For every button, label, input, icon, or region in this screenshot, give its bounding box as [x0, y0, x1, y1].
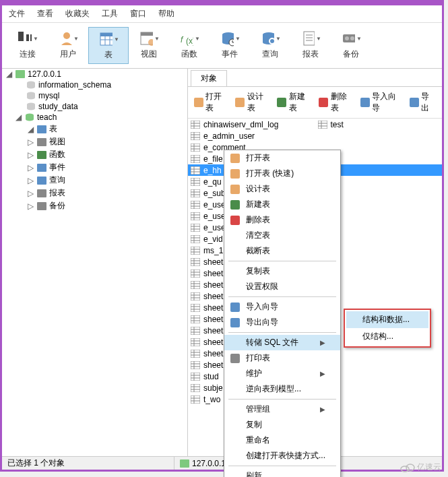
action-btn[interactable]: 设计表 — [235, 91, 270, 114]
svg-rect-55 — [319, 98, 328, 107]
ctx-item[interactable]: 导出向导 — [224, 315, 340, 330]
svg-rect-169 — [230, 318, 240, 327]
tool-connect[interactable]: ▼连接 — [7, 27, 48, 64]
menu-fav[interactable]: 收藏夹 — [65, 8, 90, 20]
ctx-item[interactable]: 打印表 — [224, 350, 340, 366]
svg-rect-134 — [191, 327, 200, 335]
toolbar: ▼连接▼用户▼表▼视图f(x)▼函数▼事件▼查询▼报表▼备份 — [2, 23, 442, 69]
svg-rect-54 — [277, 98, 286, 107]
table-row[interactable]: test — [315, 119, 346, 130]
svg-rect-51 — [37, 202, 46, 210]
svg-rect-25 — [304, 32, 315, 45]
svg-rect-1 — [26, 34, 29, 41]
ctx-item[interactable]: 维护▶ — [224, 366, 340, 381]
svg-rect-138 — [191, 338, 200, 346]
menu-view[interactable]: 查看 — [37, 8, 53, 20]
tree-child[interactable]: ▷事件 — [2, 161, 187, 174]
svg-rect-118 — [191, 281, 200, 289]
svg-text:(x): (x) — [186, 36, 193, 46]
svg-point-41 — [27, 107, 35, 110]
svg-rect-164 — [230, 169, 240, 179]
context-menu: 打开表打开表 (快速)设计表新建表删除表清空表截断表复制表设置权限导入向导导出向… — [224, 150, 341, 477]
action-btn[interactable]: 导出 — [409, 91, 437, 114]
tree-db[interactable]: study_data — [2, 101, 187, 112]
menu-window[interactable]: 窗口 — [130, 8, 146, 20]
tool-func[interactable]: f(x)▼函数 — [169, 27, 210, 64]
table-row[interactable]: chinawiserv_dml_log — [188, 119, 315, 130]
svg-rect-57 — [410, 98, 419, 107]
tree-conn[interactable]: ◢127.0.0.1 — [2, 69, 187, 80]
tree-db-open[interactable]: ◢teach — [2, 112, 187, 123]
tree-child[interactable]: ▷备份 — [2, 199, 187, 212]
menu-help[interactable]: 帮助 — [158, 8, 174, 20]
ctx-item[interactable]: 逆向表到模型... — [224, 381, 340, 397]
svg-rect-114 — [191, 269, 200, 278]
menu-file[interactable]: 文件 — [9, 8, 25, 20]
table-row[interactable]: e_admin_user — [188, 130, 442, 141]
svg-rect-166 — [230, 200, 240, 210]
ctx-item[interactable]: 设置权限 — [224, 279, 340, 294]
tree-child[interactable]: ▷函数 — [2, 148, 187, 161]
tool-event[interactable]: ▼事件 — [210, 27, 250, 64]
tree-db[interactable]: mysql — [2, 90, 187, 101]
ctx-item[interactable]: 新建表 — [224, 197, 340, 212]
status-bar: 已选择 1 个对象 127.0.0.1 — [2, 456, 442, 470]
tool-table[interactable]: ▼表 — [88, 27, 129, 64]
menu-tools[interactable]: 工具 — [102, 8, 118, 20]
svg-rect-130 — [191, 315, 200, 323]
app-window: 文件 查看 收藏夹 工具 窗口 帮助 ▼连接▼用户▼表▼视图f(x)▼函数▼事件… — [0, 0, 444, 472]
ctx-item[interactable]: 截断表 — [224, 243, 340, 259]
action-btn[interactable]: 打开表 — [193, 91, 228, 114]
svg-rect-167 — [230, 216, 240, 225]
menubar: 文件 查看 收藏夹 工具 窗口 帮助 — [2, 5, 442, 23]
tool-query[interactable]: ▼查询 — [250, 27, 290, 64]
svg-point-38 — [27, 96, 35, 100]
tab-bar: 对象 — [188, 69, 442, 87]
ctx-item[interactable]: 清空表 — [224, 228, 340, 243]
tree-child[interactable]: ▷查询 — [2, 174, 187, 187]
ctx-item[interactable]: 复制 — [224, 417, 340, 433]
tree-child[interactable]: ▷视图 — [2, 135, 187, 148]
svg-rect-154 — [191, 384, 200, 392]
ctx-item[interactable]: 删除表 — [224, 212, 340, 228]
ctx-item[interactable]: 打开表 (快速) — [224, 166, 340, 181]
tree-db[interactable]: information_schema — [2, 80, 187, 90]
svg-rect-170 — [230, 354, 240, 363]
svg-rect-82 — [191, 178, 200, 186]
ctx-item[interactable]: 复制表 — [224, 263, 340, 279]
submenu-dump-sql: 结构和数据...仅结构... — [344, 309, 431, 348]
action-btn[interactable]: 导入向导 — [360, 91, 402, 114]
tree-child[interactable]: ▷报表 — [2, 187, 187, 199]
svg-rect-70 — [191, 144, 200, 152]
ctx-item[interactable]: 管理组▶ — [224, 402, 340, 417]
tree-child[interactable]: ◢表 — [2, 123, 187, 135]
svg-rect-47 — [37, 151, 46, 159]
submenu-item[interactable]: 结构和数据... — [346, 311, 428, 328]
ctx-item[interactable]: 创建打开表快捷方式... — [224, 448, 340, 464]
tool-view[interactable]: ▼视图 — [129, 27, 169, 64]
ctx-item[interactable]: 刷新 — [224, 468, 340, 477]
svg-rect-142 — [191, 350, 200, 358]
ctx-item[interactable]: 重命名 — [224, 433, 340, 448]
action-btn[interactable]: 新建表 — [277, 91, 312, 114]
ctx-item[interactable]: 打开表 — [224, 150, 340, 166]
submenu-item[interactable]: 仅结构... — [346, 328, 428, 345]
svg-rect-110 — [191, 258, 200, 266]
ctx-item[interactable]: 设计表 — [224, 181, 340, 197]
ctx-item[interactable]: 转储 SQL 文件▶ — [224, 335, 340, 350]
tool-report[interactable]: ▼报表 — [290, 27, 331, 64]
svg-rect-150 — [191, 373, 200, 381]
svg-point-44 — [26, 118, 34, 121]
tab-objects[interactable]: 对象 — [191, 70, 227, 86]
action-btn[interactable]: 删除表 — [318, 91, 353, 114]
tool-user[interactable]: ▼用户 — [48, 27, 88, 64]
svg-point-30 — [345, 36, 349, 40]
svg-rect-66 — [191, 132, 200, 140]
svg-rect-126 — [191, 304, 200, 312]
ctx-item[interactable]: 导入向导 — [224, 299, 340, 315]
svg-rect-78 — [191, 166, 200, 174]
svg-rect-52 — [194, 98, 203, 107]
svg-rect-102 — [191, 235, 200, 243]
svg-rect-56 — [360, 98, 370, 107]
tool-backup[interactable]: ▼备份 — [331, 27, 371, 64]
